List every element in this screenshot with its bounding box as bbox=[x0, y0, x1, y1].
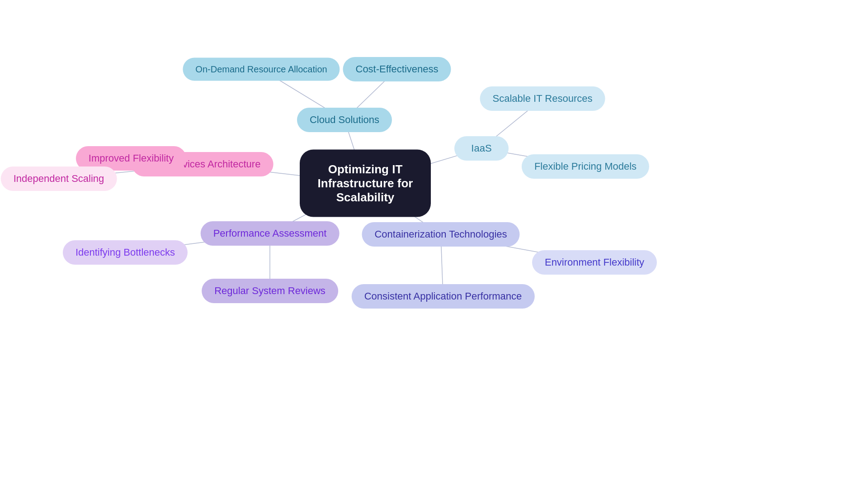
iaas-node: IaaS bbox=[454, 136, 509, 161]
center-node: Optimizing IT Infrastructure for Scalabi… bbox=[300, 150, 431, 217]
cost-effectiveness-node: Cost-Effectiveness bbox=[343, 57, 451, 81]
identifying-bottlenecks-node: Identifying Bottlenecks bbox=[63, 240, 188, 265]
regular-system-node: Regular System Reviews bbox=[202, 279, 338, 303]
flexible-pricing-node: Flexible Pricing Models bbox=[522, 154, 649, 179]
cloud-solutions-node: Cloud Solutions bbox=[297, 108, 392, 132]
scalable-it-node: Scalable IT Resources bbox=[480, 86, 605, 111]
on-demand-node: On-Demand Resource Allocation bbox=[183, 58, 340, 81]
mind-map: Optimizing IT Infrastructure for Scalabi… bbox=[0, 0, 868, 490]
containerization-node: Containerization Technologies bbox=[362, 222, 519, 247]
independent-scaling-node: Independent Scaling bbox=[1, 167, 117, 191]
consistent-app-node: Consistent Application Performance bbox=[352, 284, 535, 309]
performance-assessment-node: Performance Assessment bbox=[201, 221, 340, 246]
environment-flexibility-node: Environment Flexibility bbox=[532, 250, 657, 275]
